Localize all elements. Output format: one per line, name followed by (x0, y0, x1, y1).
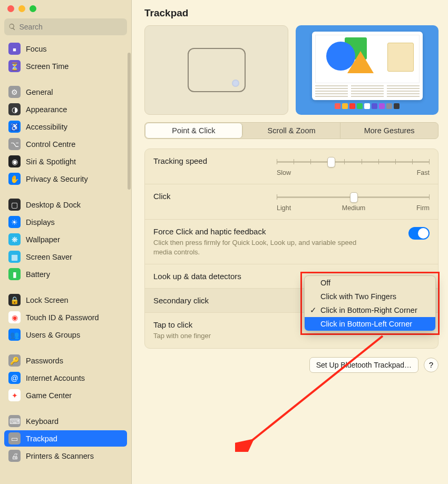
sidebar-item-label: Desktop & Dock (26, 201, 81, 209)
label-click: Click (153, 192, 171, 201)
sidebar-icon: ☀ (8, 216, 21, 228)
sidebar-icon: 👥 (8, 329, 21, 341)
sidebar-item-label: Lock Screen (26, 296, 69, 304)
slider-click[interactable]: LightMediumFirm (277, 192, 430, 212)
sidebar-item-label: Keyboard (26, 417, 59, 426)
sidebar-item-label: Passwords (26, 357, 63, 365)
row-tracking-speed: Tracking speed SlowFast (145, 149, 438, 184)
sidebar-item-label: Accessibility (26, 123, 67, 131)
gesture-preview (296, 25, 439, 115)
sidebar-item-control-centre[interactable]: ⌥Control Centre (4, 136, 127, 152)
sidebar-icon: ◉ (8, 311, 21, 323)
sidebar-item-passwords[interactable]: 🔑Passwords (4, 352, 127, 369)
sidebar-icon: ◉ (8, 155, 21, 167)
help-button[interactable]: ? (424, 358, 439, 372)
sub-tap-to-click: Tap with one finger (153, 331, 211, 341)
sidebar-item-label: Appearance (26, 105, 67, 114)
label-tap-to-click: Tap to click (153, 320, 211, 329)
sidebar-item-appearance[interactable]: ◑Appearance (4, 101, 127, 117)
window-controls (0, 0, 131, 15)
sidebar-item-internet-accounts[interactable]: @Internet Accounts (4, 370, 127, 386)
annotation-box: OffClick with Two FingersClick in Bottom… (300, 272, 440, 335)
sidebar-item-label: Users & Groups (26, 331, 80, 339)
label-force-click: Force Click and haptic feedback (153, 227, 375, 236)
menu-option-click-with-two-fingers[interactable]: Click with Two Fingers (305, 290, 435, 303)
sidebar-item-trackpad[interactable]: ▭Trackpad (4, 430, 127, 447)
sidebar-item-privacy-security[interactable]: ✋Privacy & Security (4, 171, 127, 187)
label-tracking-speed: Tracking speed (153, 156, 207, 165)
svg-line-0 (251, 336, 383, 441)
tab-more-gestures[interactable]: More Gestures (340, 123, 438, 139)
sidebar-item-label: Focus (26, 45, 47, 53)
sidebar-icon: @ (8, 372, 21, 384)
sidebar-item-game-center[interactable]: ✦Game Center (4, 387, 127, 403)
minimize-window-button[interactable] (18, 5, 25, 12)
sidebar-icon: ✋ (8, 173, 21, 185)
setup-bluetooth-button[interactable]: Set Up Bluetooth Trackpad… (309, 357, 418, 373)
sidebar-item-accessibility[interactable]: ♿Accessibility (4, 118, 127, 135)
tab-scroll-zoom[interactable]: Scroll & Zoom (243, 123, 341, 139)
sidebar-icon: 🔑 (8, 354, 21, 367)
search-input[interactable] (19, 23, 123, 31)
main-panel: Trackpad Point & ClickScroll & ZoomMore … (132, 0, 448, 484)
preview-row (144, 25, 439, 115)
sidebar-icon: ◑ (8, 103, 21, 115)
sidebar-icon: ⏳ (8, 60, 21, 72)
label-secondary-click: Secondary click (153, 296, 209, 305)
sidebar-item-screen-time[interactable]: ⏳Screen Time (4, 58, 127, 74)
tab-point-click[interactable]: Point & Click (145, 123, 243, 139)
search-input-wrap[interactable] (4, 18, 127, 35)
sidebar-icon: ▭ (8, 432, 21, 445)
sidebar: ￭Focus⏳Screen Time⚙General◑Appearance♿Ac… (0, 0, 132, 484)
row-click: Click LightMediumFirm (145, 184, 438, 220)
close-window-button[interactable] (7, 5, 14, 12)
sidebar-item-label: Screen Time (26, 62, 69, 71)
sidebar-item-desktop-dock[interactable]: ▢Desktop & Dock (4, 196, 127, 213)
sidebar-icon: ▮ (8, 268, 21, 280)
sidebar-item-focus[interactable]: ￭Focus (4, 41, 127, 57)
fullscreen-window-button[interactable] (30, 5, 36, 12)
sidebar-item-label: Internet Accounts (26, 374, 85, 382)
sidebar-item-label: Displays (26, 218, 55, 226)
sidebar-scrollbar[interactable] (128, 53, 131, 190)
sidebar-icon: 🖨 (8, 450, 21, 462)
sidebar-item-screen-saver[interactable]: ▦Screen Saver (4, 249, 127, 265)
sidebar-item-displays[interactable]: ☀Displays (4, 214, 127, 230)
sidebar-icon: ▢ (8, 199, 21, 211)
sidebar-icon: ⚙ (8, 86, 21, 98)
search-icon (8, 23, 16, 31)
sidebar-icon: ♿ (8, 121, 21, 133)
menu-option-click-in-bottom-left-corner[interactable]: Click in Bottom-Left Corner (305, 317, 435, 331)
annotation-arrow (235, 331, 393, 452)
sidebar-item-general[interactable]: ⚙General (4, 84, 127, 100)
slider-tracking-speed[interactable]: SlowFast (277, 156, 430, 176)
secondary-click-menu[interactable]: OffClick with Two FingersClick in Bottom… (304, 275, 436, 331)
sidebar-list: ￭Focus⏳Screen Time⚙General◑Appearance♿Ac… (0, 39, 131, 484)
toggle-force-click[interactable] (408, 227, 430, 240)
sidebar-icon: ￭ (8, 43, 21, 55)
sidebar-icon: ❋ (8, 233, 21, 245)
page-title: Trackpad (144, 7, 439, 19)
sidebar-item-label: Screen Saver (26, 253, 72, 261)
tab-bar: Point & ClickScroll & ZoomMore Gestures (144, 122, 439, 139)
sidebar-item-wallpaper[interactable]: ❋Wallpaper (4, 231, 127, 248)
row-force-click: Force Click and haptic feedback Click th… (145, 220, 438, 264)
sidebar-item-users-groups[interactable]: 👥Users & Groups (4, 327, 127, 343)
sidebar-item-keyboard[interactable]: ⌨Keyboard (4, 413, 127, 429)
sidebar-item-lock-screen[interactable]: 🔒Lock Screen (4, 292, 127, 308)
sidebar-item-touch-id-password[interactable]: ◉Touch ID & Password (4, 309, 127, 325)
sidebar-item-label: Privacy & Security (26, 175, 88, 183)
sidebar-item-siri-spotlight[interactable]: ◉Siri & Spotlight (4, 153, 127, 170)
label-lookup: Look up & data detectors (153, 272, 241, 281)
sidebar-item-label: Battery (26, 270, 50, 279)
sidebar-item-label: General (26, 88, 53, 96)
menu-option-click-in-bottom-right-corner[interactable]: Click in Bottom-Right Corner (305, 303, 435, 317)
sidebar-item-label: Control Centre (26, 140, 75, 149)
sub-force-click: Click then press firmly for Quick Look, … (153, 238, 375, 256)
sidebar-item-battery[interactable]: ▮Battery (4, 266, 127, 282)
menu-option-off[interactable]: Off (305, 276, 435, 290)
sidebar-item-label: Trackpad (26, 434, 57, 443)
sidebar-item-printers-scanners[interactable]: 🖨Printers & Scanners (4, 448, 127, 464)
sidebar-icon: ⌨ (8, 415, 21, 427)
sidebar-item-label: Siri & Spotlight (26, 157, 76, 166)
